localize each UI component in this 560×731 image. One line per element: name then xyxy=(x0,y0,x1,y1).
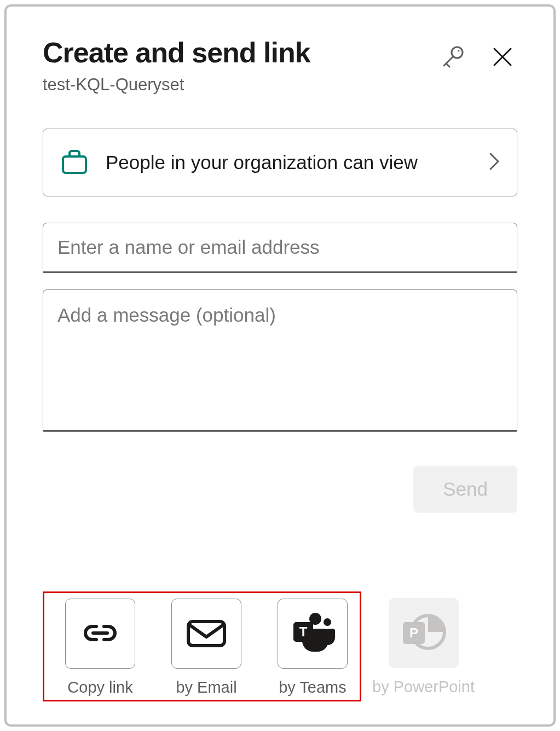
by-teams-label: by Teams xyxy=(279,678,347,697)
share-options: Copy link by Email xyxy=(43,591,517,701)
share-dialog: Create and send link test-KQL-Queryset xyxy=(4,4,556,727)
option-copy-link: Copy link xyxy=(65,599,135,697)
copy-link-label: Copy link xyxy=(67,678,132,697)
recipients-input[interactable] xyxy=(43,223,517,273)
permissions-label: People in your organization can view xyxy=(106,149,474,177)
close-icon xyxy=(492,47,513,69)
permissions-selector[interactable]: People in your organization can view xyxy=(43,129,517,196)
svg-rect-8 xyxy=(188,622,224,646)
by-teams-button[interactable]: T xyxy=(278,599,348,669)
dialog-subtitle: test-KQL-Queryset xyxy=(43,75,440,95)
dialog-title: Create and send link xyxy=(43,37,440,68)
svg-line-2 xyxy=(444,56,453,66)
svg-text:P: P xyxy=(409,625,418,640)
highlighted-options: Copy link by Email xyxy=(43,591,361,701)
svg-text:T: T xyxy=(299,624,308,639)
by-email-button[interactable] xyxy=(171,599,241,669)
briefcase-icon xyxy=(59,146,90,179)
dialog-header: Create and send link test-KQL-Queryset xyxy=(43,37,517,95)
by-email-label: by Email xyxy=(176,678,236,697)
powerpoint-icon: P xyxy=(400,610,448,656)
by-powerpoint-button: P xyxy=(389,598,459,668)
svg-rect-6 xyxy=(63,156,86,173)
message-input[interactable] xyxy=(43,289,517,432)
option-by-teams: T by Teams xyxy=(278,599,348,697)
key-button[interactable] xyxy=(440,44,466,72)
key-icon xyxy=(440,44,466,72)
chevron-right-icon xyxy=(487,150,501,175)
teams-icon: T xyxy=(289,611,336,657)
svg-line-3 xyxy=(446,63,449,67)
copy-link-button[interactable] xyxy=(65,599,135,669)
email-icon xyxy=(185,617,228,651)
svg-point-10 xyxy=(324,618,331,626)
option-by-powerpoint: P by PowerPoint xyxy=(372,598,475,696)
option-by-email: by Email xyxy=(171,599,241,697)
close-button[interactable] xyxy=(492,47,513,69)
svg-point-1 xyxy=(458,50,460,52)
send-button[interactable]: Send xyxy=(413,466,517,513)
by-powerpoint-label: by PowerPoint xyxy=(372,678,475,696)
link-icon xyxy=(80,620,120,647)
